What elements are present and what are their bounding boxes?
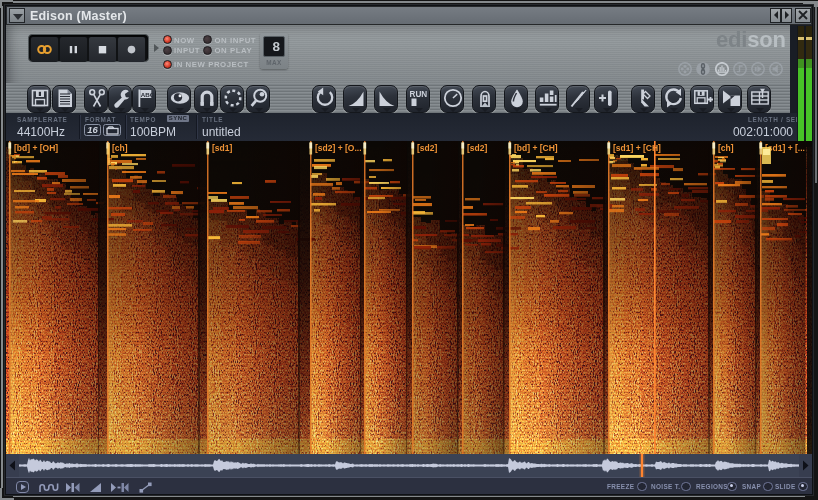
svg-text:ABC: ABC (141, 91, 155, 98)
svg-text:[ch]: [ch] (718, 143, 734, 153)
svg-text:RUN: RUN (410, 90, 428, 99)
svg-text:[bd] + [OH]: [bd] + [OH] (14, 143, 58, 153)
svg-text:[sd2]: [sd2] (467, 143, 487, 153)
svg-text:[sd2] + [O...: [sd2] + [O... (315, 143, 362, 153)
svg-text:[ch]: [ch] (112, 143, 128, 153)
svg-text:[sd2]: [sd2] (417, 143, 437, 153)
svg-text:[sd1]: [sd1] (212, 143, 232, 153)
svg-text:[bd] + [CH]: [bd] + [CH] (514, 143, 558, 153)
svg-text:[sd1] + [CH]: [sd1] + [CH] (613, 143, 661, 153)
